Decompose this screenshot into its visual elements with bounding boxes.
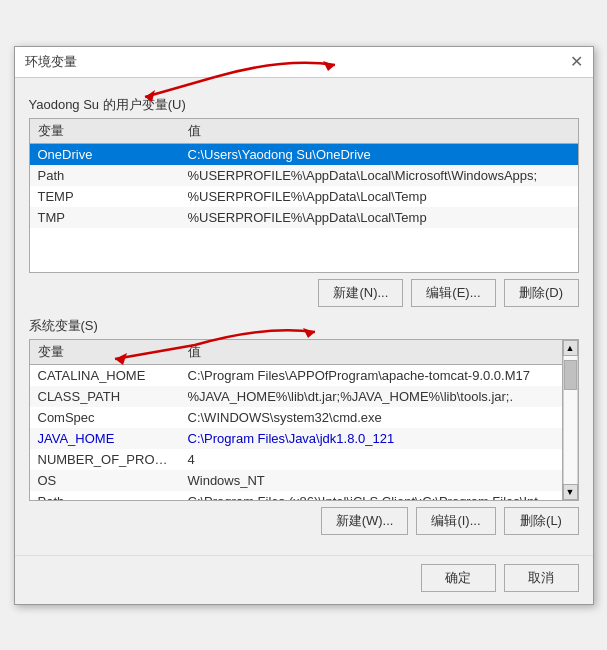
sys-var-cell: OS <box>30 470 180 491</box>
user-var-cell: TMP <box>30 207 180 228</box>
sys-table-row[interactable]: CATALINA_HOMEC:\Program Files\APPOfProgr… <box>30 364 562 386</box>
sys-var-cell: JAVA_HOME <box>30 428 180 449</box>
sys-edit-button[interactable]: 编辑(I)... <box>416 507 495 535</box>
sys-var-cell: Path <box>30 491 180 500</box>
user-delete-button[interactable]: 删除(D) <box>504 279 579 307</box>
sys-val-cell: C:\Program Files\APPOfProgram\apache-tom… <box>180 364 562 386</box>
user-table-row[interactable]: TEMP%USERPROFILE%\AppData\Local\Temp <box>30 186 578 207</box>
sys-table-row[interactable]: PathC:\Program Files (x86)\Intel\iCLS Cl… <box>30 491 562 500</box>
ok-button[interactable]: 确定 <box>421 564 496 592</box>
title-bar: 环境变量 ✕ <box>15 47 593 78</box>
user-var-cell: TEMP <box>30 186 180 207</box>
sys-table-row[interactable]: CLASS_PATH%JAVA_HOME%\lib\dt.jar;%JAVA_H… <box>30 386 562 407</box>
sys-section-label: 系统变量(S) <box>29 317 579 335</box>
user-env-table: 变量 值 OneDriveC:\Users\Yaodong Su\OneDriv… <box>30 119 578 228</box>
scrollbar-down-btn[interactable]: ▼ <box>563 484 578 500</box>
sys-val-cell: 4 <box>180 449 562 470</box>
watermark: http://blog.csdn.net/u010533 <box>0 572 221 584</box>
sys-button-row: 新建(W)... 编辑(I)... 删除(L) <box>29 507 579 535</box>
sys-scrollbar[interactable]: ▲ ▼ <box>562 340 578 500</box>
sys-val-cell: C:\Program Files\Java\jdk1.8.0_121 <box>180 428 562 449</box>
sys-delete-button[interactable]: 删除(L) <box>504 507 579 535</box>
user-button-row: 新建(N)... 编辑(E)... 删除(D) <box>29 279 579 307</box>
close-button[interactable]: ✕ <box>570 54 583 70</box>
sys-val-cell: Windows_NT <box>180 470 562 491</box>
user-var-cell: Path <box>30 165 180 186</box>
sys-table-row[interactable]: JAVA_HOMEC:\Program Files\Java\jdk1.8.0_… <box>30 428 562 449</box>
sys-var-cell: CATALINA_HOME <box>30 364 180 386</box>
sys-var-cell: CLASS_PATH <box>30 386 180 407</box>
sys-table-row[interactable]: NUMBER_OF_PROCESSORS4 <box>30 449 562 470</box>
sys-table-container: 变量 值 CATALINA_HOMEC:\Program Files\APPOf… <box>29 339 579 501</box>
sys-table-row[interactable]: ComSpecC:\WINDOWS\system32\cmd.exe <box>30 407 562 428</box>
sys-val-cell: %JAVA_HOME%\lib\dt.jar;%JAVA_HOME%\lib\t… <box>180 386 562 407</box>
user-table-row[interactable]: OneDriveC:\Users\Yaodong Su\OneDrive <box>30 143 578 165</box>
sys-val-cell: C:\WINDOWS\system32\cmd.exe <box>180 407 562 428</box>
scrollbar-thumb[interactable] <box>564 360 577 390</box>
user-table-container: 变量 值 OneDriveC:\Users\Yaodong Su\OneDriv… <box>29 118 579 273</box>
scrollbar-up-btn[interactable]: ▲ <box>563 340 578 356</box>
main-content: Yaodong Su 的用户变量(U) 变量 值 OneDriveC:\User… <box>15 78 593 555</box>
sys-table-row[interactable]: OSWindows_NT <box>30 470 562 491</box>
user-table-row[interactable]: Path%USERPROFILE%\AppData\Local\Microsof… <box>30 165 578 186</box>
user-new-button[interactable]: 新建(N)... <box>318 279 403 307</box>
user-section-label: Yaodong Su 的用户变量(U) <box>29 96 579 114</box>
sys-val-cell: C:\Program Files (x86)\Intel\iCLS Client… <box>180 491 562 500</box>
user-val-cell: %USERPROFILE%\AppData\Local\Microsoft\Wi… <box>180 165 578 186</box>
sys-table-scroll-area: 变量 值 CATALINA_HOMEC:\Program Files\APPOf… <box>30 340 578 500</box>
sys-var-cell: ComSpec <box>30 407 180 428</box>
user-val-cell: %USERPROFILE%\AppData\Local\Temp <box>180 186 578 207</box>
user-var-cell: OneDrive <box>30 143 180 165</box>
user-col-val: 值 <box>180 119 578 144</box>
sys-env-table: 变量 值 CATALINA_HOMEC:\Program Files\APPOf… <box>30 340 562 500</box>
user-table-row[interactable]: TMP%USERPROFILE%\AppData\Local\Temp <box>30 207 578 228</box>
env-variables-window: 环境变量 ✕ Yaodong Su 的用户变量(U) 变量 值 OneDrive… <box>14 46 594 605</box>
sys-col-val: 值 <box>180 340 562 365</box>
bottom-button-row: http://blog.csdn.net/u010533 确定 取消 <box>15 555 593 604</box>
user-edit-button[interactable]: 编辑(E)... <box>411 279 495 307</box>
sys-var-cell: NUMBER_OF_PROCESSORS <box>30 449 180 470</box>
user-col-var: 变量 <box>30 119 180 144</box>
sys-new-button[interactable]: 新建(W)... <box>321 507 409 535</box>
scrollbar-track[interactable] <box>563 356 578 484</box>
user-val-cell: %USERPROFILE%\AppData\Local\Temp <box>180 207 578 228</box>
sys-col-var: 变量 <box>30 340 180 365</box>
user-val-cell: C:\Users\Yaodong Su\OneDrive <box>180 143 578 165</box>
cancel-button[interactable]: 取消 <box>504 564 579 592</box>
window-title: 环境变量 <box>25 53 77 71</box>
